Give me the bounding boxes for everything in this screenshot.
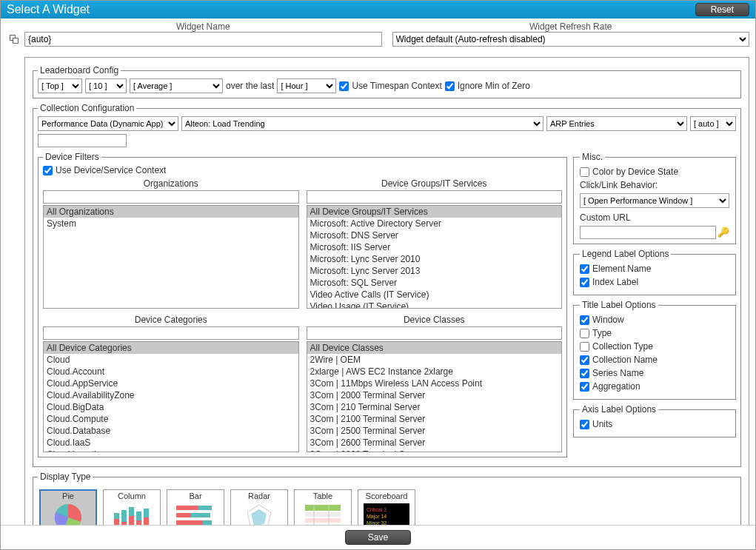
list-item[interactable]: Microsoft: Lync Server 2010 bbox=[307, 253, 562, 265]
svg-rect-4 bbox=[121, 510, 127, 522]
display-type-column[interactable]: Column bbox=[103, 489, 161, 525]
leaderboard-legend: Leaderboard Config bbox=[38, 65, 121, 76]
leaderboard-agg-select[interactable]: [ Average ] bbox=[130, 78, 223, 93]
reset-button[interactable]: Reset bbox=[695, 3, 749, 16]
device-classes-label: Device Classes bbox=[307, 315, 563, 325]
window-checkbox[interactable] bbox=[580, 315, 589, 325]
svg-rect-9 bbox=[144, 517, 149, 525]
device-groups-listbox[interactable]: All Device Groups/IT ServicesMicrosoft: … bbox=[307, 205, 563, 309]
use-timespan-checkbox[interactable] bbox=[339, 81, 349, 91]
leaderboard-period-select[interactable]: [ Hour ] bbox=[277, 78, 336, 93]
display-type-fieldset: Display Type Pie Column bbox=[33, 472, 741, 525]
svg-rect-20 bbox=[305, 512, 341, 517]
radar-icon bbox=[233, 502, 286, 525]
list-item[interactable]: 3Com | 2100 Terminal Server bbox=[307, 413, 562, 425]
custom-url-input[interactable] bbox=[580, 226, 716, 239]
table-icon bbox=[296, 502, 349, 525]
list-item[interactable]: Cloud.Database bbox=[44, 425, 298, 437]
svg-text:Critical 3: Critical 3 bbox=[367, 507, 387, 512]
collection-filter-input[interactable] bbox=[38, 134, 127, 147]
list-item[interactable]: 2xlarge | AWS EC2 Instance 2xlarge bbox=[307, 366, 562, 378]
device-categories-listbox[interactable]: All Device CategoriesCloudCloud.AccountC… bbox=[43, 341, 299, 452]
widget-name-input[interactable] bbox=[24, 32, 382, 47]
collection-legend: Collection Configuration bbox=[38, 103, 136, 113]
list-item[interactable]: Video Active Calls (IT Service) bbox=[307, 289, 562, 301]
collection-config-fieldset: Collection Configuration Performance Dat… bbox=[33, 103, 741, 467]
display-type-radar[interactable]: Radar bbox=[230, 489, 288, 525]
list-item[interactable]: Cloud bbox=[44, 354, 298, 366]
column-icon bbox=[105, 502, 158, 525]
device-classes-listbox[interactable]: All Device Classes2Wire | OEM2xlarge | A… bbox=[307, 341, 563, 452]
device-classes-filter-input[interactable] bbox=[307, 326, 563, 340]
list-item[interactable]: 3Com | 2600 Terminal Server bbox=[307, 437, 562, 449]
list-item[interactable]: System bbox=[44, 218, 298, 229]
list-item[interactable]: Cloud.Account bbox=[44, 366, 298, 378]
drag-handle-icon[interactable] bbox=[10, 35, 20, 45]
collection-name-checkbox[interactable] bbox=[580, 355, 589, 365]
svg-rect-12 bbox=[198, 506, 212, 510]
list-item[interactable]: 3Com | 2500 Terminal Server bbox=[307, 425, 562, 437]
collection-type-checkbox[interactable] bbox=[580, 342, 589, 352]
list-item[interactable]: Cloud.IaaS bbox=[44, 437, 298, 449]
use-device-context-checkbox[interactable] bbox=[43, 166, 53, 175]
leaderboard-count-select[interactable]: [ 10 ] bbox=[85, 78, 127, 93]
list-item[interactable]: All Device Categories bbox=[44, 342, 298, 354]
color-by-device-checkbox[interactable] bbox=[580, 167, 589, 177]
ignore-min-checkbox[interactable] bbox=[445, 81, 455, 91]
type-checkbox[interactable] bbox=[580, 329, 589, 338]
list-item[interactable]: All Device Groups/IT Services bbox=[307, 206, 562, 218]
list-item[interactable]: Microsoft: Active Directory Server bbox=[307, 218, 562, 229]
refresh-rate-label: Widget Refresh Rate bbox=[529, 21, 612, 32]
display-type-bar[interactable]: Bar bbox=[167, 489, 224, 525]
collection-app-select[interactable]: Alteon: Load Trending bbox=[181, 116, 543, 131]
organizations-listbox[interactable]: All OrganizationsSystem bbox=[43, 205, 299, 309]
display-type-table[interactable]: Table bbox=[294, 489, 352, 525]
misc-fieldset: Misc. Color by Device State Click/Link B… bbox=[573, 152, 736, 244]
list-item[interactable]: Cloud.AvailabilityZone bbox=[44, 389, 298, 401]
key-icon[interactable]: 🔑 bbox=[717, 227, 729, 238]
list-item[interactable]: Cloud.Location bbox=[44, 449, 298, 452]
svg-rect-6 bbox=[129, 507, 134, 516]
display-type-scoreboard[interactable]: Scoreboard Critical 3Major 14Minor 32Hea… bbox=[358, 489, 415, 525]
list-item[interactable]: 3Com | 11Mbps Wireless LAN Access Point bbox=[307, 378, 562, 389]
list-item[interactable]: Microsoft: Lync Server 2013 bbox=[307, 265, 562, 277]
list-item[interactable]: Cloud.AppService bbox=[44, 378, 298, 389]
list-item[interactable]: Microsoft: IIS Server bbox=[307, 241, 562, 253]
list-item[interactable]: All Organizations bbox=[44, 206, 298, 218]
refresh-rate-select[interactable]: Widget default (Auto-refresh disabled) bbox=[392, 32, 750, 47]
over-last-label: over the last bbox=[226, 81, 274, 91]
device-groups-filter-input[interactable] bbox=[307, 190, 563, 204]
list-item[interactable]: 3Com | 3000 Terminal Server bbox=[307, 449, 562, 452]
list-item[interactable]: Microsoft: SQL Server bbox=[307, 277, 562, 289]
save-button[interactable]: Save bbox=[345, 530, 411, 545]
display-type-pie[interactable]: Pie bbox=[39, 489, 97, 525]
svg-rect-19 bbox=[305, 505, 341, 511]
svg-text:Major 14: Major 14 bbox=[367, 514, 387, 520]
collection-auto-select[interactable]: [ auto ] bbox=[690, 116, 736, 131]
element-name-checkbox[interactable] bbox=[580, 264, 589, 274]
list-item[interactable]: Cloud.BigData bbox=[44, 401, 298, 413]
units-checkbox[interactable] bbox=[580, 420, 589, 429]
aggregation-checkbox[interactable] bbox=[580, 382, 589, 392]
scoreboard-icon: Critical 3Major 14Minor 32Healthy 170 bbox=[360, 502, 413, 525]
svg-rect-21 bbox=[305, 518, 341, 523]
device-categories-filter-input[interactable] bbox=[43, 326, 299, 340]
series-name-checkbox[interactable] bbox=[580, 369, 589, 378]
organizations-filter-input[interactable] bbox=[43, 190, 299, 204]
collection-source-select[interactable]: Performance Data (Dynamic App) bbox=[38, 116, 178, 131]
list-item[interactable]: All Device Classes bbox=[307, 342, 562, 354]
collection-metric-select[interactable]: ARP Entries bbox=[546, 116, 687, 131]
svg-rect-2 bbox=[114, 513, 119, 519]
click-behavior-select[interactable]: [ Open Performance Window ] bbox=[580, 193, 729, 208]
use-device-context-label: Use Device/Service Context bbox=[56, 165, 166, 175]
leaderboard-top-select[interactable]: [ Top ] bbox=[38, 78, 82, 93]
list-item[interactable]: 3Com | 2000 Terminal Server bbox=[307, 389, 562, 401]
list-item[interactable]: 2Wire | OEM bbox=[307, 354, 562, 366]
list-item[interactable]: Video Usage (IT Service) bbox=[307, 301, 562, 309]
window-title: Select A Widget bbox=[7, 3, 90, 16]
bar-icon bbox=[169, 502, 222, 525]
list-item[interactable]: Microsoft: DNS Server bbox=[307, 229, 562, 241]
list-item[interactable]: 3Com | 210 Terminal Server bbox=[307, 401, 562, 413]
list-item[interactable]: Cloud.Compute bbox=[44, 413, 298, 425]
index-label-checkbox[interactable] bbox=[580, 278, 589, 287]
